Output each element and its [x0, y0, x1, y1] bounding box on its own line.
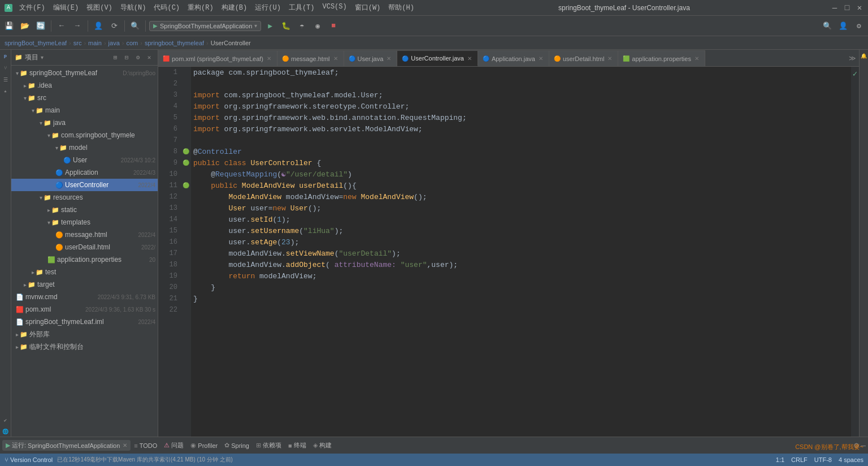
tab-close-icon[interactable]: ✕	[466, 55, 473, 62]
tree-item-com.springboot_thymele[interactable]: ▾📁com.springboot_thymele	[11, 129, 158, 141]
debug-button[interactable]: 🐛	[279, 19, 293, 33]
save-button[interactable]: 💾	[2, 19, 16, 33]
menu-item-编辑(E)[interactable]: 编辑(E)	[50, 2, 83, 14]
settings-panel-icon[interactable]: ⚙	[133, 53, 143, 63]
menu-item-帮助(H)[interactable]: 帮助(H)	[385, 2, 418, 14]
tab-close-icon[interactable]: ✕	[385, 55, 392, 62]
toolbar-btn-3[interactable]: 👤	[92, 19, 105, 33]
tree-item-userDetail.html[interactable]: 🟠userDetail.html2022/	[11, 241, 158, 253]
tree-item-UserController[interactable]: 🔵UserController2022/4	[11, 179, 158, 191]
menu-item-导航(N)[interactable]: 导航(N)	[117, 2, 150, 14]
tree-item-java[interactable]: ▾📁java	[11, 116, 158, 129]
tree-item-target[interactable]: ▸📁target	[11, 278, 158, 291]
search-everywhere-icon[interactable]: 🔍	[821, 19, 834, 33]
tree-item-Application[interactable]: 🔵Application2022/4/3	[11, 166, 158, 179]
close-panel-icon[interactable]: ✕	[144, 53, 154, 63]
back-button[interactable]: ←	[55, 19, 68, 33]
notifications-icon[interactable]: 🔔	[860, 52, 868, 60]
tabs-overflow-button[interactable]: ≫	[845, 50, 859, 66]
minimize-button[interactable]: —	[831, 4, 839, 12]
menu-item-文件(F)[interactable]: 文件(F)	[16, 2, 49, 14]
run-tab-TODO[interactable]: ≡TODO	[131, 441, 160, 450]
breadcrumb-item-2[interactable]: main	[88, 40, 102, 46]
tree-item-model[interactable]: ▾📁model	[11, 141, 158, 154]
tree-item-static[interactable]: ▸📁static	[11, 204, 158, 216]
tree-item-message.html[interactable]: 🟠message.html2022/4	[11, 228, 158, 241]
menu-item-工具(T)[interactable]: 工具(T)	[285, 2, 318, 14]
tab-1[interactable]: 🟠message.html✕	[277, 50, 344, 66]
tree-item-mvnw.cmd[interactable]: 📄mvnw.cmd2022/4/3 9:31, 6.73 KB	[11, 291, 158, 303]
tree-item-springBoot_thymeLeaf.iml[interactable]: 📄springBoot_thymeLeaf.iml2022/4	[11, 316, 158, 328]
maximize-button[interactable]: □	[843, 4, 851, 12]
open-button[interactable]: 📂	[18, 19, 32, 33]
bottom-minimize-icon[interactable]: —	[861, 441, 866, 450]
run-with-coverage-button[interactable]: ☂	[295, 19, 309, 33]
indent-indicator[interactable]: 4 spaces	[839, 456, 863, 463]
tab-close-icon[interactable]: ✕	[266, 55, 272, 62]
code-editor[interactable]: 12345678910111213141516171819202122 🟢🟢🟢 …	[158, 67, 859, 437]
vcs-icon[interactable]: ⑂	[1, 63, 11, 74]
tab-close-icon[interactable]: ✕	[537, 55, 544, 62]
tree-item-springBoot_thymeLeaf[interactable]: ▾📁springBoot_thymeLeafD:\springBoo	[11, 67, 158, 79]
menu-item-构建(B)[interactable]: 构建(B)	[218, 2, 251, 14]
tab-2[interactable]: 🔵User.java✕	[344, 50, 398, 66]
tab-5[interactable]: 🟠userDetail.html✕	[549, 50, 618, 66]
project-icon[interactable]: P	[1, 52, 11, 62]
breadcrumb-item-3[interactable]: java	[108, 40, 120, 46]
tree-item-.idea[interactable]: ▸📁.idea	[11, 79, 158, 92]
search-icon[interactable]: 🔍	[128, 19, 142, 33]
user-icon[interactable]: 👤	[836, 19, 850, 33]
tab-close-icon[interactable]: ✕	[693, 55, 700, 62]
tab-close-icon[interactable]: ✕	[332, 55, 339, 62]
tab-6[interactable]: 🟩application.properties✕	[618, 50, 705, 66]
tree-item-src[interactable]: ▾📁src	[11, 92, 158, 104]
menu-item-重构(R)[interactable]: 重构(R)	[184, 2, 217, 14]
crlf-indicator[interactable]: CRLF	[791, 456, 808, 463]
breadcrumb-item-1[interactable]: src	[73, 40, 82, 46]
close-button[interactable]: ✕	[856, 4, 863, 12]
run-tab-close[interactable]: ✕	[123, 442, 127, 448]
line-col-indicator[interactable]: 1:1	[776, 456, 784, 463]
web-icon[interactable]: 🌐	[1, 426, 11, 437]
tab-3[interactable]: 🔵UserController.java✕	[397, 50, 478, 66]
run-tab-Spring[interactable]: ✿Spring	[221, 441, 253, 450]
run-tab-构建[interactable]: ◈构建	[310, 440, 335, 451]
todo-icon[interactable]: ✔	[1, 415, 11, 425]
code-content[interactable]: package com.springboot_thymeleaf; import…	[191, 67, 851, 437]
tree-item-resources[interactable]: ▾📁resources	[11, 191, 158, 204]
tab-0[interactable]: 🟥pom.xml (springBoot_thymeLeaf)✕	[158, 50, 277, 66]
tree-item-User[interactable]: 🔵User2022/4/3 10:2	[11, 154, 158, 166]
run-tab-依赖项[interactable]: ⊞依赖项	[253, 440, 285, 451]
tab-4[interactable]: 🔵Application.java✕	[478, 50, 549, 66]
menu-item-代码(C)[interactable]: 代码(C)	[150, 2, 183, 14]
toolbar-btn-4[interactable]: ⟳	[107, 19, 121, 33]
menu-item-VCS(S)[interactable]: VCS(S)	[319, 2, 350, 14]
menu-item-视图(V)[interactable]: 视图(V)	[83, 2, 116, 14]
menu-item-窗口(W)[interactable]: 窗口(W)	[351, 2, 384, 14]
tree-item-application.properties[interactable]: 🟩application.properties20	[11, 253, 158, 266]
structure-icon[interactable]: ☰	[1, 75, 11, 85]
run-tab-运行:[interactable]: ▶运行: SpringBootThymeLeafApplication ✕	[2, 440, 131, 451]
settings-icon[interactable]: ⚙	[852, 19, 866, 33]
tree-item-外部库[interactable]: ▸📁外部库	[11, 328, 158, 340]
sync-button[interactable]: 🔄	[34, 19, 47, 33]
tree-item-main[interactable]: ▾📁main	[11, 104, 158, 116]
run-tab-问题[interactable]: ⚠问题	[160, 440, 187, 451]
tree-item-pom.xml[interactable]: 🟥pom.xml2022/4/3 9:36, 1.63 KB 30 s	[11, 303, 158, 316]
tree-item-临时文件和控制台[interactable]: ▸📁临时文件和控制台	[11, 340, 158, 353]
tree-item-templates[interactable]: ▾📁templates	[11, 216, 158, 228]
breadcrumb-item-4[interactable]: com	[126, 40, 138, 46]
menu-item-运行(U)[interactable]: 运行(U)	[251, 2, 284, 14]
breadcrumb-item-0[interactable]: springBoot_thymeLeaf	[5, 40, 67, 46]
version-control-status[interactable]: ⑂ Version Control	[5, 456, 53, 463]
forward-button[interactable]: →	[71, 19, 84, 33]
profile-button[interactable]: ◉	[311, 19, 324, 33]
run-config-selector[interactable]: ▶ SpringBootThymeLeafApplication ▾	[149, 21, 261, 31]
breadcrumb-item-5[interactable]: springboot_thymeleaf	[145, 40, 204, 46]
favorites-icon[interactable]: ★	[1, 86, 11, 96]
expand-all-icon[interactable]: ⊞	[110, 53, 120, 63]
encoding-indicator[interactable]: UTF-8	[814, 456, 832, 463]
run-tab-Profiler[interactable]: ◉Profiler	[187, 441, 221, 450]
tab-close-icon[interactable]: ✕	[606, 55, 613, 62]
bottom-settings-icon[interactable]: ⚙	[854, 441, 858, 450]
